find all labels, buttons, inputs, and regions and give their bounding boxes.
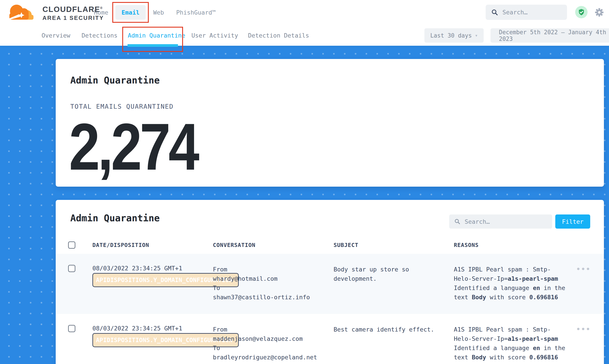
summary-card-title: Admin Quarantine	[70, 75, 160, 86]
to-label: To	[213, 343, 317, 353]
date-range-text: December 5th 2022 — January 4th 2023	[499, 29, 609, 42]
annotation-box-admin-quarantine	[122, 27, 183, 52]
tab-detections[interactable]: Detections	[81, 25, 118, 46]
table-row: 08/03/2022 23:34:25 GMT+1 APIDISPOSITION…	[56, 314, 604, 364]
date-range-preset-button[interactable]: Last 30 days ▾	[424, 28, 484, 43]
select-all-checkbox[interactable]	[68, 241, 75, 249]
search-icon	[454, 218, 461, 225]
row-conversation: From whardy@hotmail.com To shawn37@casti…	[213, 265, 310, 302]
table-search-input[interactable]	[465, 218, 535, 225]
column-header-reasons: REASONS	[454, 241, 479, 249]
from-address: whardy@hotmail.com	[213, 274, 310, 283]
nav-item-web[interactable]: Web	[153, 0, 164, 25]
metric-label: TOTAL EMAILS QUARANTINED	[70, 103, 174, 110]
global-search-box[interactable]	[486, 5, 567, 20]
tab-overview[interactable]: Overview	[41, 25, 70, 46]
to-address: bradleyrodriguez@copeland.net	[213, 353, 317, 362]
from-address: maddenjason@velazquez.com	[213, 334, 317, 343]
row-reasons: A1S IPBL Pearl spam : Smtp-Helo-Server-I…	[454, 325, 568, 362]
app-header: CLOUDFLARE® AREA 1 SECURITY Home Email W…	[0, 0, 609, 25]
settings-button[interactable]	[594, 7, 604, 17]
email-subnav: Overview Detections Admin Quarantine Use…	[0, 25, 609, 46]
quarantine-card: Admin Quarantine Filter DATE/DISPOSITION…	[56, 200, 604, 364]
row-reasons: A1S IPBL Pearl spam : Smtp-Helo-Server-I…	[454, 265, 568, 302]
nav-item-phishguard[interactable]: PhishGuard™	[176, 0, 216, 25]
active-tab-underline	[128, 44, 178, 47]
date-range-display[interactable]: December 5th 2022 — January 4th 2023	[490, 28, 609, 43]
row-subject: Body star up store so development.	[334, 265, 444, 283]
row-checkbox[interactable]	[68, 325, 75, 332]
search-icon	[491, 9, 499, 16]
row-date: 08/03/2022 23:34:25 GMT+1	[92, 265, 182, 272]
security-status-badge[interactable]	[575, 6, 588, 18]
row-conversation: From maddenjason@velazquez.com To bradle…	[213, 325, 317, 362]
table-search-box[interactable]	[449, 214, 552, 229]
quarantine-card-title: Admin Quarantine	[70, 213, 160, 223]
tab-detection-details[interactable]: Detection Details	[248, 25, 309, 46]
from-label: From	[213, 325, 317, 334]
summary-card: Admin Quarantine TOTAL EMAILS QUARANTINE…	[56, 59, 604, 187]
from-label: From	[213, 265, 310, 274]
table-row: 08/03/2022 23:34:25 GMT+1 APIDISPOSITION…	[56, 254, 604, 314]
nav-item-email[interactable]: Email	[115, 5, 146, 20]
annotation-box-email: Email	[112, 2, 149, 23]
row-date: 08/03/2022 23:34:25 GMT+1	[92, 325, 182, 332]
nav-item-home[interactable]: Home	[94, 0, 108, 25]
gear-icon	[594, 7, 604, 17]
column-header-date-disposition: DATE/DISPOSITION	[92, 241, 149, 249]
row-actions-menu-icon[interactable]: •••	[576, 265, 591, 273]
global-search-input[interactable]	[502, 9, 555, 16]
page-background: Admin Quarantine TOTAL EMAILS QUARANTINE…	[0, 46, 609, 364]
to-address: shawn37@castillo-ortiz.info	[213, 293, 310, 302]
column-header-conversation: CONVERSATION	[213, 241, 256, 249]
to-label: To	[213, 283, 310, 293]
metric-value: 2,274	[69, 112, 197, 182]
tab-user-activity[interactable]: User Activity	[191, 25, 238, 46]
range-button-label: Last 30 days	[430, 32, 472, 39]
row-actions-menu-icon[interactable]: •••	[576, 325, 591, 333]
brand-name: CLOUDFLARE	[42, 5, 100, 13]
column-header-subject: SUBJECT	[334, 241, 358, 249]
caret-down-icon: ▾	[475, 33, 478, 38]
cloudflare-logo-icon	[6, 2, 39, 22]
row-subject: Best camera identify effect.	[334, 325, 444, 334]
filter-button[interactable]: Filter	[555, 214, 590, 229]
row-checkbox[interactable]	[68, 265, 75, 272]
shield-check-icon	[578, 8, 585, 16]
